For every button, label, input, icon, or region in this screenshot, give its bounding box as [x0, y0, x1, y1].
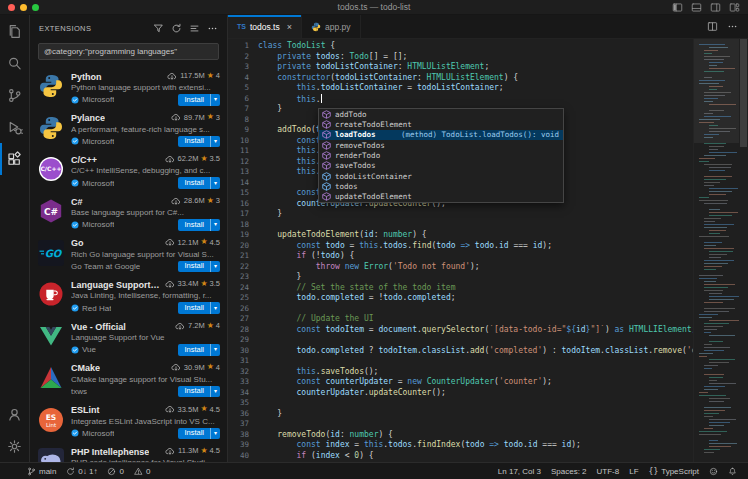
install-button-label[interactable]: Install	[178, 386, 210, 398]
extension-list-item[interactable]: ESLintESLint33.5M★4.5Integrates ESLint J…	[30, 400, 227, 442]
code-line[interactable]: 18	[228, 220, 693, 231]
code-line[interactable]: 27 // Update the UI	[228, 314, 693, 325]
code-line[interactable]: 23 }	[228, 272, 693, 283]
code-line[interactable]: 39 const index = this.todos.findIndex(to…	[228, 440, 693, 451]
install-button-label[interactable]: Install	[178, 219, 210, 231]
code-line[interactable]: 22 throw new Error('Todo not found');	[228, 262, 693, 273]
status-encoding[interactable]: UTF-8	[592, 467, 625, 476]
more-actions-icon[interactable]	[207, 23, 218, 34]
toggle-secondary-sidebar-icon[interactable]	[710, 2, 721, 13]
install-button-label[interactable]: Install	[178, 136, 210, 148]
code-line[interactable]: 31	[228, 356, 693, 367]
extension-list-item[interactable]: C#C#28.6M★3Base language support for C#.…	[30, 191, 227, 233]
code-line[interactable]: 35	[228, 398, 693, 409]
code-line[interactable]: 20 const todo = this.todos.find(todo => …	[228, 241, 693, 252]
tab-app-py[interactable]: app.py	[302, 15, 361, 38]
extension-list-item[interactable]: C/C++C/C++62.2M★3.5C/C++ IntelliSense, d…	[30, 149, 227, 191]
activity-bar-item-settings[interactable]	[0, 430, 29, 462]
status-branch[interactable]: main	[22, 467, 61, 476]
code-line[interactable]: 6 this.	[228, 94, 693, 105]
code-line[interactable]: 2 private todos: Todo[] = [];	[228, 52, 693, 63]
install-button[interactable]: Install▾	[178, 219, 220, 231]
suggestion-item[interactable]: renderTodo	[319, 150, 563, 160]
code-line[interactable]: 1class TodoList {	[228, 41, 693, 52]
install-button[interactable]: Install▾	[178, 302, 220, 314]
status-notifications[interactable]	[723, 467, 742, 476]
install-dropdown-chevron-icon[interactable]: ▾	[210, 94, 220, 106]
extension-list-item[interactable]: Pylance89.7M★3A performant, feature-rich…	[30, 108, 227, 150]
activity-bar-item-explorer[interactable]	[0, 15, 29, 47]
minimize-window-button[interactable]	[20, 4, 27, 11]
code-line[interactable]: 33 const counterUpdater = new CounterUpd…	[228, 377, 693, 388]
close-window-button[interactable]	[8, 4, 15, 11]
minimap[interactable]	[693, 39, 739, 462]
zoom-window-button[interactable]	[32, 4, 39, 11]
activity-bar-item-extensions[interactable]	[0, 143, 29, 175]
install-dropdown-chevron-icon[interactable]: ▾	[210, 261, 220, 273]
activity-bar-item-source-control[interactable]	[0, 79, 29, 111]
code-line[interactable]: 40 if (index < 0) {	[228, 451, 693, 462]
extension-list-item[interactable]: GOGo12.1M★4.5Rich Go language support fo…	[30, 233, 227, 275]
code-line[interactable]: 4 constructor(todoListContainer: HTMLULi…	[228, 73, 693, 84]
code-line[interactable]: 26	[228, 304, 693, 315]
code-line[interactable]: 5 this.todoListContainer = todoListConta…	[228, 83, 693, 94]
toggle-panel-icon[interactable]	[691, 2, 702, 13]
install-button-label[interactable]: Install	[178, 302, 210, 314]
tab-todos-ts[interactable]: TStodos.ts×	[228, 15, 302, 38]
suggestion-item[interactable]: createTodoElement	[319, 119, 563, 129]
status-sync[interactable]: 0↓ 1↑	[61, 467, 102, 476]
split-editor-icon[interactable]	[707, 21, 718, 32]
code-line[interactable]: 32 this.saveTodos();	[228, 367, 693, 378]
activity-bar-item-run-debug[interactable]	[0, 111, 29, 143]
install-dropdown-chevron-icon[interactable]: ▾	[210, 219, 220, 231]
install-button[interactable]: Install▾	[178, 428, 220, 440]
code-line[interactable]: 19 updateTodoElement(id: number) {	[228, 230, 693, 241]
code-line[interactable]: 29	[228, 335, 693, 346]
code-line[interactable]: 34 counterUpdater.updateCounter();	[228, 388, 693, 399]
install-dropdown-chevron-icon[interactable]: ▾	[210, 302, 220, 314]
close-tab-icon[interactable]: ×	[287, 22, 292, 32]
install-button-label[interactable]: Install	[178, 94, 210, 106]
status-indentation[interactable]: Spaces: 2	[546, 467, 592, 476]
refresh-icon[interactable]	[171, 23, 182, 34]
status-warnings[interactable]: 0	[129, 467, 155, 476]
code-line[interactable]: 3 private todoListContainer: HTMLUListEl…	[228, 62, 693, 73]
install-button[interactable]: Install▾	[178, 177, 220, 189]
extension-list-item[interactable]: PHP Intellephense11.3M★4.5PHP code intel…	[30, 441, 227, 462]
code-editor[interactable]: 1class TodoList {2 private todos: Todo[]…	[228, 39, 693, 462]
suggestion-item[interactable]: updateTodoElement	[319, 192, 563, 202]
suggestion-item[interactable]: todoListContainer	[319, 171, 563, 181]
editor-scrollbar[interactable]	[739, 39, 748, 462]
status-eol[interactable]: LF	[624, 467, 643, 476]
install-button-label[interactable]: Install	[178, 428, 210, 440]
code-line[interactable]: 28 const todoItem = document.querySelect…	[228, 325, 693, 336]
code-line[interactable]: 24 // Set the state of the todo item	[228, 283, 693, 294]
clear-search-icon[interactable]	[189, 23, 200, 34]
more-actions-icon[interactable]	[727, 21, 738, 32]
status-cursor-position[interactable]: Ln 17, Col 3	[493, 467, 546, 476]
status-errors[interactable]: 0	[102, 467, 128, 476]
suggestion-item[interactable]: removeTodos	[319, 140, 563, 150]
suggestion-item[interactable]: saveTodos	[319, 161, 563, 171]
install-dropdown-chevron-icon[interactable]: ▾	[210, 177, 220, 189]
activity-bar-item-search[interactable]	[0, 47, 29, 79]
install-button-label[interactable]: Install	[178, 177, 210, 189]
code-line[interactable]: 38 removeTodo(id: number) {	[228, 430, 693, 441]
suggestion-item[interactable]: loadTodos(method) TodoList.loadTodos(): …	[319, 130, 563, 140]
extension-list-item[interactable]: Vue - Official7.2M★4Language Support for…	[30, 316, 227, 358]
scrollbar-thumb[interactable]	[740, 39, 747, 147]
install-button[interactable]: Install▾	[178, 136, 220, 148]
install-dropdown-chevron-icon[interactable]: ▾	[210, 428, 220, 440]
code-line[interactable]: 17 }	[228, 209, 693, 220]
install-dropdown-chevron-icon[interactable]: ▾	[210, 344, 220, 356]
activity-bar-item-accounts[interactable]	[0, 398, 29, 430]
extension-list-item[interactable]: Language Support fo...33.4M★3.5Java Lint…	[30, 274, 227, 316]
install-button[interactable]: Install▾	[178, 261, 220, 273]
install-button-label[interactable]: Install	[178, 344, 210, 356]
install-button[interactable]: Install▾	[178, 344, 220, 356]
extension-list-item[interactable]: Python117.5M★4Python language support wi…	[30, 66, 227, 108]
install-button[interactable]: Install▾	[178, 94, 220, 106]
code-line[interactable]: 30 todo.completed ? todoItem.classList.a…	[228, 346, 693, 357]
extensions-search-input[interactable]	[38, 43, 219, 60]
code-line[interactable]: 21 if (!todo) {	[228, 251, 693, 262]
